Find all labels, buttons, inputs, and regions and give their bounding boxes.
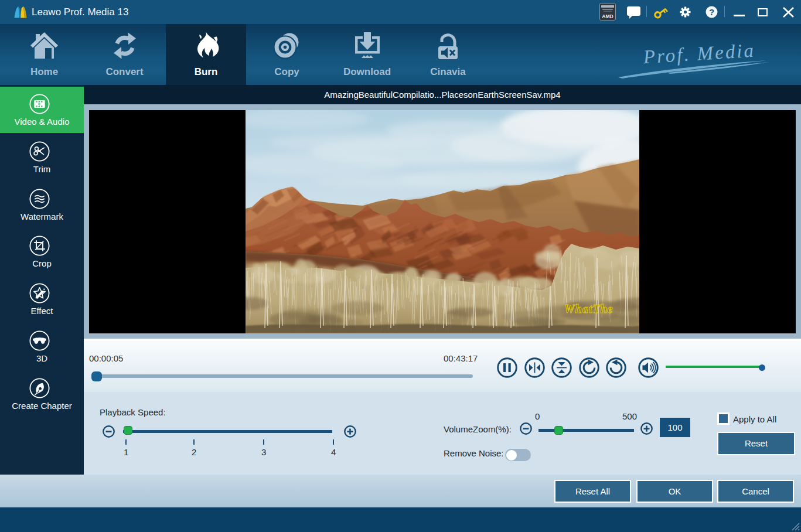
svg-text:?: ? bbox=[709, 7, 714, 17]
svg-text:AMD: AMD bbox=[602, 13, 613, 19]
svg-text:WhatThe: WhatThe bbox=[564, 302, 613, 315]
